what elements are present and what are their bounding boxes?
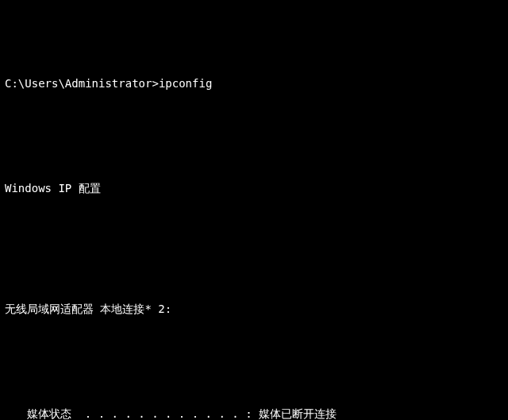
windows-ip-header: Windows IP 配置 [5, 179, 503, 197]
command-text: ipconfig [159, 77, 212, 90]
adapter-section-local2: 无线局域网适配器 本地连接* 2: 媒体状态 . . . . . . . . .… [5, 264, 503, 420]
config-header-section: Windows IP 配置 [5, 144, 503, 215]
field-label: 媒体状态 . . . . . . . . . . . . : [27, 405, 252, 420]
prompt-path: C:\Users\Administrator> [5, 77, 159, 90]
command-prompt-line: C:\Users\Administrator>ipconfig [5, 75, 503, 92]
field-value-media-state: 媒体已断开连接 [252, 405, 337, 420]
adapter-title: 无线局域网适配器 本地连接* 2: [5, 300, 503, 318]
field-row: 媒体状态 . . . . . . . . . . . . : 媒体已断开连接 [5, 405, 503, 420]
